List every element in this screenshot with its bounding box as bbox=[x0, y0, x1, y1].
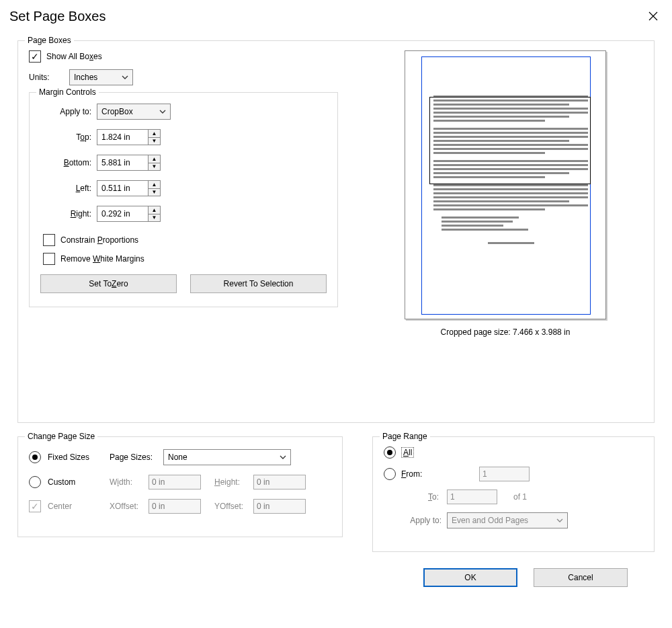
fixed-sizes-radio[interactable] bbox=[29, 451, 41, 463]
left-spinner[interactable]: ▲▼ bbox=[148, 181, 160, 196]
top-spinner[interactable]: ▲▼ bbox=[148, 130, 160, 145]
right-spinner[interactable]: ▲▼ bbox=[148, 206, 160, 221]
top-label: Top: bbox=[40, 132, 91, 142]
center-checkbox[interactable]: ✓ bbox=[29, 500, 41, 512]
chevron-down-icon bbox=[280, 454, 286, 461]
remove-whitemargin-checkbox[interactable] bbox=[43, 253, 55, 265]
to-label: To: bbox=[401, 492, 439, 502]
page-boxes-legend: Page Boxes bbox=[25, 36, 74, 45]
fixed-sizes-label: Fixed Sizes bbox=[48, 453, 103, 462]
pr-apply-to-value: Even and Odd Pages bbox=[452, 516, 528, 525]
dialog-title: Set Page Boxes bbox=[9, 9, 106, 24]
right-value: 0.292 in bbox=[101, 209, 130, 219]
ok-button[interactable]: OK bbox=[423, 568, 517, 587]
of-label: of 1 bbox=[513, 492, 527, 502]
page-sizes-label: Page Sizes: bbox=[110, 453, 157, 462]
custom-label: Custom bbox=[48, 477, 103, 487]
from-input[interactable]: 1 bbox=[479, 467, 530, 481]
preview-caption: Cropped page size: 7.466 x 3.988 in bbox=[368, 327, 643, 337]
show-all-label: Show All Boxes bbox=[46, 52, 102, 61]
right-label: Right: bbox=[40, 209, 91, 219]
chevron-down-icon bbox=[556, 517, 563, 524]
width-input[interactable]: 0 in bbox=[149, 475, 201, 489]
close-icon[interactable] bbox=[644, 7, 663, 26]
change-size-legend: Change Page Size bbox=[25, 432, 97, 441]
units-value: Inches bbox=[74, 73, 97, 82]
pr-apply-to-select[interactable]: Even and Odd Pages bbox=[447, 512, 568, 528]
top-input[interactable]: 1.824 in ▲▼ bbox=[97, 129, 161, 145]
apply-to-label: Apply to: bbox=[40, 107, 91, 116]
cancel-button[interactable]: Cancel bbox=[534, 568, 628, 587]
height-label: Height: bbox=[214, 477, 247, 487]
width-label: Width: bbox=[110, 477, 142, 487]
units-select[interactable]: Inches bbox=[69, 69, 133, 85]
yoffset-input[interactable]: 0 in bbox=[253, 499, 306, 514]
yoffset-label: YOffset: bbox=[214, 502, 247, 511]
constrain-checkbox[interactable] bbox=[43, 234, 55, 246]
apply-to-select[interactable]: CropBox bbox=[97, 104, 171, 120]
bottom-spinner[interactable]: ▲▼ bbox=[148, 155, 160, 170]
chevron-down-icon bbox=[159, 108, 166, 116]
all-radio[interactable] bbox=[384, 446, 396, 459]
change-page-size-group: Change Page Size Fixed Sizes Page Sizes:… bbox=[17, 436, 343, 537]
left-input[interactable]: 0.511 in ▲▼ bbox=[97, 180, 161, 196]
margin-controls-legend: Margin Controls bbox=[36, 87, 99, 97]
bleed-box-icon bbox=[429, 97, 591, 184]
units-label: Units: bbox=[29, 73, 64, 82]
constrain-label: Constrain Proportions bbox=[60, 235, 138, 245]
xoffset-label: XOffset: bbox=[110, 502, 142, 511]
to-input[interactable]: 1 bbox=[447, 489, 497, 504]
all-label: All bbox=[401, 447, 414, 458]
pr-apply-to-label: Apply to: bbox=[401, 516, 442, 525]
bottom-input[interactable]: 5.881 in ▲▼ bbox=[97, 155, 161, 171]
chevron-down-icon bbox=[122, 74, 128, 81]
show-all-checkbox[interactable]: ✓ bbox=[29, 50, 41, 63]
left-label: Left: bbox=[40, 184, 91, 193]
top-value: 1.824 in bbox=[101, 132, 130, 142]
set-to-zero-button[interactable]: Set To Zero bbox=[40, 274, 177, 293]
left-value: 0.511 in bbox=[101, 184, 130, 193]
page-sizes-select[interactable]: None bbox=[163, 449, 291, 465]
apply-to-value: CropBox bbox=[101, 107, 133, 116]
titlebar: Set Page Boxes bbox=[0, 0, 672, 27]
page-range-legend: Page Range bbox=[380, 432, 430, 441]
height-input[interactable]: 0 in bbox=[253, 475, 306, 489]
from-label: From: bbox=[401, 469, 435, 479]
remove-whitemargin-label: Remove White Margins bbox=[60, 254, 144, 264]
revert-selection-button[interactable]: Revert To Selection bbox=[190, 274, 327, 293]
page-boxes-group: Page Boxes ✓ Show All Boxes Units: Inche… bbox=[17, 40, 655, 423]
page-sizes-value: None bbox=[168, 453, 187, 462]
bottom-label: Bottom: bbox=[40, 158, 91, 167]
crop-box-icon bbox=[421, 56, 591, 315]
dialog-body: Page Boxes ✓ Show All Boxes Units: Inche… bbox=[0, 27, 672, 598]
xoffset-input[interactable]: 0 in bbox=[149, 499, 201, 514]
page-range-group: Page Range All From: 1 To: 1 of 1 bbox=[372, 436, 655, 552]
right-input[interactable]: 0.292 in ▲▼ bbox=[97, 206, 161, 222]
center-label: Center bbox=[48, 502, 103, 511]
from-radio[interactable] bbox=[384, 468, 396, 480]
bottom-value: 5.881 in bbox=[101, 158, 130, 167]
custom-radio[interactable] bbox=[29, 476, 41, 488]
page-preview-panel: Cropped page size: 7.466 x 3.988 in bbox=[368, 50, 643, 337]
page-preview bbox=[405, 50, 606, 319]
margin-controls-group: Margin Controls Apply to: CropBox Top: 1… bbox=[29, 92, 338, 307]
